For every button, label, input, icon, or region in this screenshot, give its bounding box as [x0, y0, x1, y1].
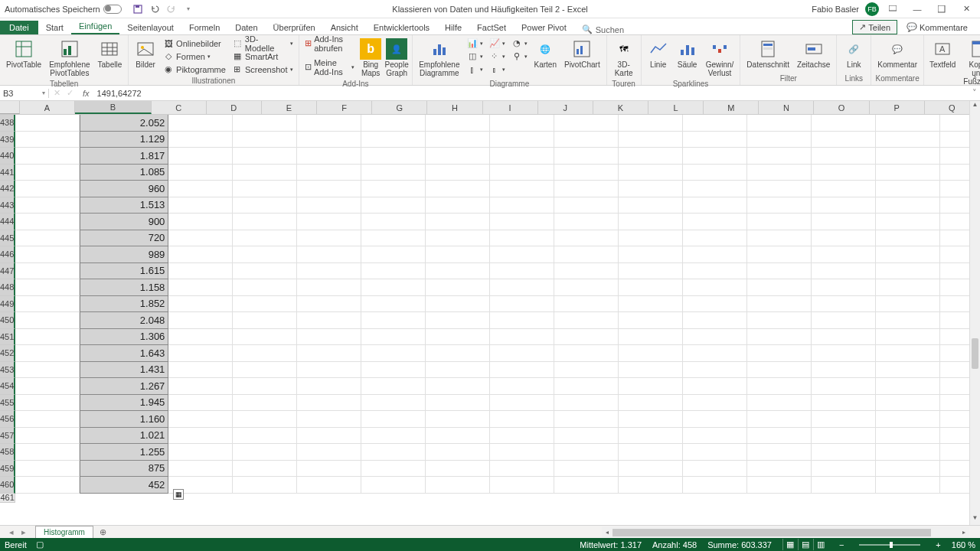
cell-F457[interactable]	[361, 428, 426, 445]
cell-I448[interactable]	[554, 279, 619, 296]
cell-I441[interactable]	[554, 165, 619, 181]
cell-L449[interactable]	[747, 296, 812, 313]
cell-M441[interactable]	[812, 165, 876, 181]
cell-F450[interactable]	[361, 312, 426, 329]
tab-einfuegen[interactable]: Einfügen	[71, 19, 119, 34]
cell-J452[interactable]	[619, 345, 683, 362]
cell-N447[interactable]	[876, 263, 940, 280]
cell-G438[interactable]	[426, 115, 490, 132]
cell-K449[interactable]	[683, 296, 747, 313]
col-header-J[interactable]: J	[538, 101, 593, 114]
cell-B458[interactable]: 1.255	[80, 444, 168, 461]
row-header-446[interactable]: 446	[0, 246, 15, 263]
cell-B440[interactable]: 1.817	[80, 148, 168, 165]
cell-C455[interactable]	[168, 395, 233, 412]
link-button[interactable]: 🔗Link	[840, 37, 867, 70]
cell-C452[interactable]	[168, 345, 233, 362]
cell-H456[interactable]	[490, 411, 554, 428]
cell-N448[interactable]	[876, 279, 940, 296]
cell-I451[interactable]	[554, 329, 619, 346]
recommended-pivottables-button[interactable]: Empfohlene PivotTables	[46, 37, 93, 79]
cell-D455[interactable]	[233, 395, 297, 412]
sparkline-winloss-button[interactable]: Gewinn/ Verlust	[703, 37, 737, 79]
cell-J454[interactable]	[619, 378, 683, 395]
tab-daten[interactable]: Daten	[227, 21, 265, 34]
scroll-up-icon[interactable]: ▲	[970, 101, 980, 112]
cell-N451[interactable]	[876, 329, 940, 346]
col-header-E[interactable]: E	[262, 101, 317, 114]
cell-E446[interactable]	[297, 246, 361, 263]
cell-E460[interactable]	[297, 477, 361, 494]
cell-A438[interactable]	[15, 115, 80, 132]
cell-L459[interactable]	[747, 461, 812, 478]
cell-F440[interactable]	[361, 148, 426, 165]
cell-A447[interactable]	[15, 263, 80, 280]
cell-D439[interactable]	[233, 132, 297, 148]
cell-K440[interactable]	[683, 148, 747, 165]
cell-F441[interactable]	[361, 165, 426, 181]
sheet-nav-prev-icon[interactable]: ◂	[9, 527, 14, 537]
cell-L446[interactable]	[747, 246, 812, 263]
cell-D438[interactable]	[233, 115, 297, 132]
cell-E447[interactable]	[297, 263, 361, 280]
cell-I440[interactable]	[554, 148, 619, 165]
cell-I457[interactable]	[554, 428, 619, 445]
zoom-level[interactable]: 160 %	[952, 540, 975, 549]
fx-icon[interactable]: fx	[78, 89, 94, 98]
cell-A449[interactable]	[15, 296, 80, 313]
cell-J457[interactable]	[619, 428, 683, 445]
cell-D441[interactable]	[233, 165, 297, 181]
spreadsheet-grid[interactable]: ABCDEFGHIJKLMNOPQ 4384394404414424434444…	[0, 101, 980, 525]
cell-F448[interactable]	[361, 279, 426, 296]
cell-G442[interactable]	[426, 181, 490, 197]
cell-F447[interactable]	[361, 263, 426, 280]
cell-D445[interactable]	[233, 230, 297, 247]
cell-L455[interactable]	[747, 395, 812, 412]
row-header-444[interactable]: 444	[0, 214, 15, 230]
bing-maps-button[interactable]: bBing Maps	[358, 37, 383, 79]
cell-A454[interactable]	[15, 378, 80, 395]
cell-A457[interactable]	[15, 428, 80, 445]
cell-G447[interactable]	[426, 263, 490, 280]
cell-B450[interactable]: 2.048	[80, 312, 168, 329]
cell-G443[interactable]	[426, 197, 490, 214]
cell-F451[interactable]	[361, 329, 426, 346]
cell-L443[interactable]	[747, 197, 812, 214]
cell-E441[interactable]	[297, 165, 361, 181]
cell-F458[interactable]	[361, 444, 426, 461]
cell-C447[interactable]	[168, 263, 233, 280]
cell-E452[interactable]	[297, 345, 361, 362]
tab-factset[interactable]: FactSet	[469, 21, 514, 34]
cell-D453[interactable]	[233, 362, 297, 379]
cell-G452[interactable]	[426, 345, 490, 362]
fill-options-icon[interactable]: ▦	[173, 489, 184, 500]
sheet-nav-next-icon[interactable]: ▸	[21, 527, 26, 537]
cell-D448[interactable]	[233, 279, 297, 296]
zoom-in-icon[interactable]: +	[936, 540, 940, 549]
cell-N440[interactable]	[876, 148, 940, 165]
cell-H452[interactable]	[490, 345, 554, 362]
cell-H442[interactable]	[490, 181, 554, 197]
cell-C458[interactable]	[168, 444, 233, 461]
sparkline-column-button[interactable]: Säule	[674, 37, 701, 70]
cell-A439[interactable]	[15, 132, 80, 148]
tab-entwicklertools[interactable]: Entwicklertools	[366, 21, 437, 34]
cell-K447[interactable]	[683, 263, 747, 280]
cell-H450[interactable]	[490, 312, 554, 329]
col-header-F[interactable]: F	[317, 101, 372, 114]
cell-C448[interactable]	[168, 279, 233, 296]
row-header-438[interactable]: 438	[0, 115, 15, 132]
cell-L460[interactable]	[747, 477, 812, 494]
user-avatar[interactable]: FB	[865, 2, 879, 16]
cell-L458[interactable]	[747, 444, 812, 461]
cell-I459[interactable]	[554, 461, 619, 478]
cell-D452[interactable]	[233, 345, 297, 362]
cell-A458[interactable]	[15, 444, 80, 461]
cell-D451[interactable]	[233, 329, 297, 346]
cell-I445[interactable]	[554, 230, 619, 247]
cell-C441[interactable]	[168, 165, 233, 181]
combo-chart-button[interactable]: ⫾▾	[487, 63, 508, 76]
cell-H445[interactable]	[490, 230, 554, 247]
cell-K441[interactable]	[683, 165, 747, 181]
cell-N444[interactable]	[876, 214, 940, 230]
